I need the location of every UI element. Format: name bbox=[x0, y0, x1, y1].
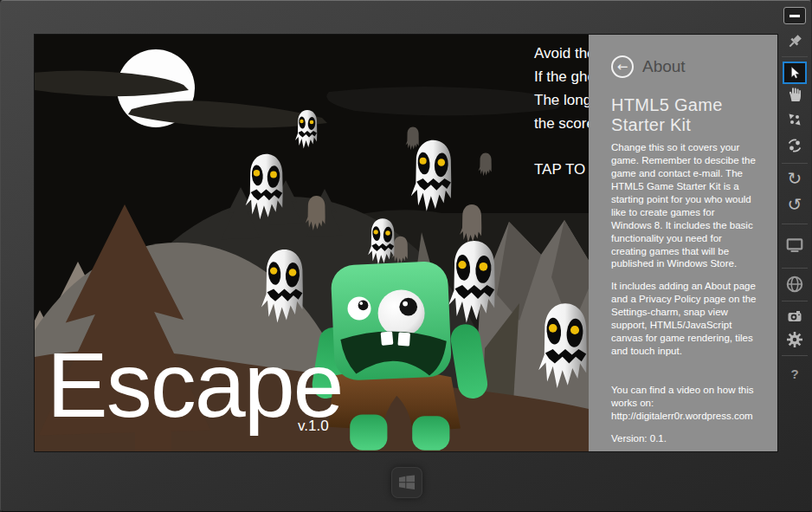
game-version: v.1.0 bbox=[298, 418, 329, 435]
pinch-zoom-mode-button[interactable] bbox=[786, 111, 803, 128]
copy-screenshot-button[interactable] bbox=[786, 307, 803, 326]
windows-start-button[interactable] bbox=[391, 467, 422, 498]
game-title-block: Escape v.1.0 bbox=[47, 334, 343, 436]
windows-logo-icon bbox=[398, 475, 416, 490]
about-panel-title: About bbox=[642, 57, 686, 76]
rotation-touch-icon bbox=[786, 137, 803, 154]
toolbar-separator bbox=[782, 301, 808, 301]
toolbar-separator bbox=[782, 56, 808, 57]
about-body: Change this so it covers your game. Reme… bbox=[611, 141, 757, 451]
gear-icon bbox=[786, 331, 803, 348]
simulator-window: Avoid the If the gho The longe the score… bbox=[0, 0, 812, 512]
game-screen[interactable]: Avoid the If the gho The longe the score… bbox=[35, 35, 777, 451]
about-panel: ← About HTML5 Game Starter Kit Change th… bbox=[589, 35, 777, 451]
simulator-toolbar: ↻ ↺ bbox=[777, 0, 812, 512]
camera-icon bbox=[786, 308, 803, 325]
toolbar-separator bbox=[782, 355, 808, 356]
basic-touch-mode-button[interactable] bbox=[786, 86, 803, 103]
monitor-icon bbox=[785, 236, 804, 255]
about-app-title: HTML5 Game Starter Kit bbox=[611, 95, 757, 135]
rotate-clockwise-icon: ↻ bbox=[788, 168, 802, 189]
about-paragraph: It includes adding an About page and a P… bbox=[611, 280, 757, 358]
always-on-top-button[interactable] bbox=[786, 33, 803, 50]
back-button[interactable]: ← bbox=[611, 55, 634, 78]
minimize-icon bbox=[789, 15, 800, 17]
set-location-button[interactable] bbox=[785, 275, 804, 294]
video-url-link[interactable]: http://digitalerr0r.wordpress.com bbox=[611, 410, 757, 423]
pinch-zoom-icon bbox=[786, 111, 803, 128]
about-paragraph: Change this so it covers your game. Reme… bbox=[611, 141, 757, 270]
help-icon: ? bbox=[790, 366, 798, 381]
toolbar-separator bbox=[782, 163, 808, 164]
rotation-mode-button[interactable] bbox=[786, 137, 803, 154]
version-label: Version: 0.1. bbox=[611, 432, 757, 445]
help-button[interactable]: ? bbox=[790, 365, 798, 382]
rotate-counterclockwise-icon: ↺ bbox=[788, 194, 802, 215]
toolbar-separator bbox=[782, 224, 808, 224]
minimize-button[interactable] bbox=[783, 7, 806, 24]
screenshot-settings-button[interactable] bbox=[786, 330, 803, 349]
video-intro: You can find a video on how this works o… bbox=[611, 384, 757, 410]
mouse-mode-button[interactable] bbox=[783, 62, 807, 84]
toolbar-separator bbox=[782, 268, 808, 269]
globe-icon bbox=[785, 275, 804, 294]
rotate-clockwise-button[interactable]: ↻ bbox=[788, 169, 802, 188]
rotate-counterclockwise-button[interactable]: ↺ bbox=[788, 195, 802, 214]
pin-icon bbox=[786, 33, 803, 50]
about-header: ← About bbox=[611, 55, 777, 78]
change-resolution-button[interactable] bbox=[785, 236, 804, 255]
hand-icon bbox=[786, 86, 803, 103]
mouse-cursor-icon bbox=[787, 65, 802, 81]
